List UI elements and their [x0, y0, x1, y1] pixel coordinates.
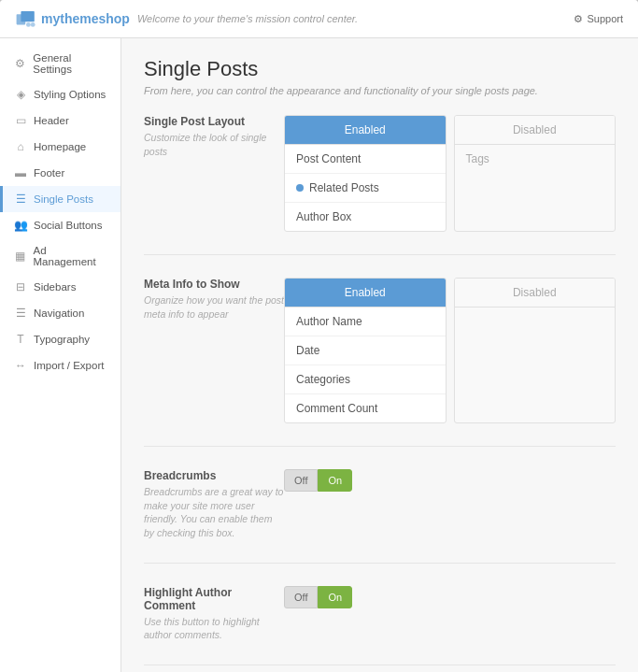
breadcrumbs-row: Breadcrumbs Breadcrumbs are a great way …: [144, 469, 616, 564]
layout-enabled-panel: Enabled Post Content Related Posts Autho…: [284, 115, 447, 232]
sidebar-item-styling-options[interactable]: ◈ Styling Options: [0, 81, 121, 107]
layout-disabled-tab[interactable]: Disabled: [455, 116, 616, 145]
topbar-left: mythemeshop Welcome to your theme's miss…: [15, 9, 358, 28]
layout-item-author-box[interactable]: Author Box: [285, 203, 446, 231]
sidebar-item-import-export[interactable]: ↔ Import / Export: [0, 352, 121, 379]
ad-management-icon: ▦: [14, 250, 27, 263]
general-settings-icon: ⚙: [14, 57, 26, 70]
logo: mythemeshop: [15, 9, 130, 28]
layout-options: Enabled Post Content Related Posts Autho…: [284, 115, 616, 232]
svg-rect-1: [21, 11, 34, 21]
meta-item-author-name[interactable]: Author Name: [285, 307, 446, 336]
meta-enabled-tab[interactable]: Enabled: [285, 279, 446, 307]
sidebar-item-single-posts[interactable]: ☰ Single Posts: [0, 186, 121, 212]
sidebar-item-header[interactable]: ▭ Header: [0, 107, 121, 134]
single-post-layout-desc: Customize the look of single posts: [144, 131, 284, 158]
sidebar-item-social-buttons[interactable]: 👥 Social Buttons: [0, 212, 121, 238]
single-post-layout-row: Single Post Layout Customize the look of…: [144, 115, 616, 255]
layout-disabled-panel: Disabled Tags: [454, 115, 617, 232]
meta-info-control: Enabled Author Name Date Categories: [284, 278, 616, 423]
app-window: mythemeshop Welcome to your theme's miss…: [0, 0, 638, 672]
meta-info-title: Meta Info to Show: [144, 278, 284, 291]
navigation-icon: ☰: [14, 307, 27, 320]
main-layout: ⚙ General Settings ◈ Styling Options ▭ H…: [0, 38, 638, 672]
topbar-tagline: Welcome to your theme's mission control …: [137, 13, 358, 24]
page-subtitle: From here, you can control the appearanc…: [144, 85, 616, 96]
breadcrumbs-label: Breadcrumbs Breadcrumbs are a great way …: [144, 469, 284, 540]
layout-item-post-content[interactable]: Post Content: [285, 145, 446, 174]
meta-item-comment-count[interactable]: Comment Count: [285, 394, 446, 422]
social-buttons-icon: 👥: [14, 219, 27, 232]
highlight-author-toggle: Off On: [284, 586, 616, 608]
meta-info-label: Meta Info to Show Organize how you want …: [144, 278, 284, 321]
header-icon: ▭: [14, 114, 27, 127]
related-posts-bullet: [296, 184, 304, 192]
sidebar-item-homepage[interactable]: ⌂ Homepage: [0, 134, 121, 160]
sidebar-item-ad-management[interactable]: ▦ Ad Management: [0, 238, 121, 274]
topbar: mythemeshop Welcome to your theme's miss…: [0, 0, 638, 38]
meta-disabled-panel: Disabled: [454, 278, 617, 423]
sidebar-item-general-settings[interactable]: ⚙ General Settings: [0, 46, 121, 81]
highlight-author-title: Highlight Author Comment: [144, 586, 284, 612]
meta-item-date[interactable]: Date: [285, 336, 446, 365]
highlight-author-desc: Use this button to highlight author comm…: [144, 615, 284, 642]
page-title: Single Posts: [144, 57, 616, 81]
breadcrumbs-title: Breadcrumbs: [144, 469, 284, 482]
layout-item-related-posts[interactable]: Related Posts: [285, 174, 446, 203]
highlight-author-row: Highlight Author Comment Use this button…: [144, 586, 616, 665]
highlight-author-off-btn[interactable]: Off: [284, 586, 318, 608]
sidebar-item-navigation[interactable]: ☰ Navigation: [0, 300, 121, 326]
logo-text: mythemeshop: [41, 11, 130, 26]
styling-options-icon: ◈: [14, 88, 27, 101]
sidebar-item-footer[interactable]: ▬ Footer: [0, 160, 121, 186]
support-link[interactable]: ⚙ Support: [574, 13, 623, 25]
single-post-layout-label: Single Post Layout Customize the look of…: [144, 115, 284, 158]
related-posts-label: Related Posts: [309, 181, 379, 194]
meta-info-desc: Organize how you want the post meta info…: [144, 293, 284, 321]
breadcrumbs-on-btn[interactable]: On: [318, 469, 352, 492]
sidebars-icon: ⊟: [14, 280, 27, 293]
breadcrumbs-toggle: Off On: [284, 469, 616, 492]
sidebar: ⚙ General Settings ◈ Styling Options ▭ H…: [0, 38, 121, 672]
single-post-layout-control: Enabled Post Content Related Posts Autho…: [284, 115, 616, 232]
typography-icon: T: [14, 333, 27, 346]
meta-layout: Enabled Author Name Date Categories: [284, 278, 616, 423]
breadcrumbs-off-btn[interactable]: Off: [284, 469, 318, 492]
meta-enabled-panel: Enabled Author Name Date Categories: [284, 278, 447, 423]
svg-point-3: [26, 22, 31, 27]
import-export-icon: ↔: [14, 359, 27, 372]
highlight-author-on-btn[interactable]: On: [318, 586, 352, 608]
single-post-layout-title: Single Post Layout: [144, 115, 284, 128]
highlight-author-control: Off On: [284, 586, 616, 608]
meta-info-row: Meta Info to Show Organize how you want …: [144, 278, 616, 447]
meta-item-categories[interactable]: Categories: [285, 365, 446, 394]
homepage-icon: ⌂: [14, 140, 27, 153]
logo-icon: [15, 9, 37, 28]
single-posts-icon: ☰: [14, 193, 27, 206]
meta-disabled-tab[interactable]: Disabled: [455, 279, 616, 307]
sidebar-item-typography[interactable]: T Typography: [0, 326, 121, 352]
layout-enabled-tab[interactable]: Enabled: [285, 116, 446, 145]
highlight-author-label: Highlight Author Comment Use this button…: [144, 586, 284, 642]
post-content-label: Post Content: [296, 152, 361, 165]
meta-tab-bar-right: Disabled: [455, 279, 616, 307]
support-icon: ⚙: [574, 13, 583, 25]
author-box-label: Author Box: [296, 210, 351, 223]
sidebar-item-sidebars[interactable]: ⊟ Sidebars: [0, 274, 121, 300]
layout-tab-bar-left: Enabled: [285, 116, 446, 145]
breadcrumbs-control: Off On: [284, 469, 616, 492]
meta-tab-bar-left: Enabled: [285, 279, 446, 307]
breadcrumbs-desc: Breadcrumbs are a great way to make your…: [144, 485, 284, 540]
content-area: Single Posts From here, you can control …: [121, 38, 638, 672]
footer-icon: ▬: [14, 166, 27, 179]
layout-item-tags[interactable]: Tags: [455, 145, 616, 173]
layout-tab-bar-right: Disabled: [455, 116, 616, 145]
svg-point-2: [31, 22, 35, 27]
